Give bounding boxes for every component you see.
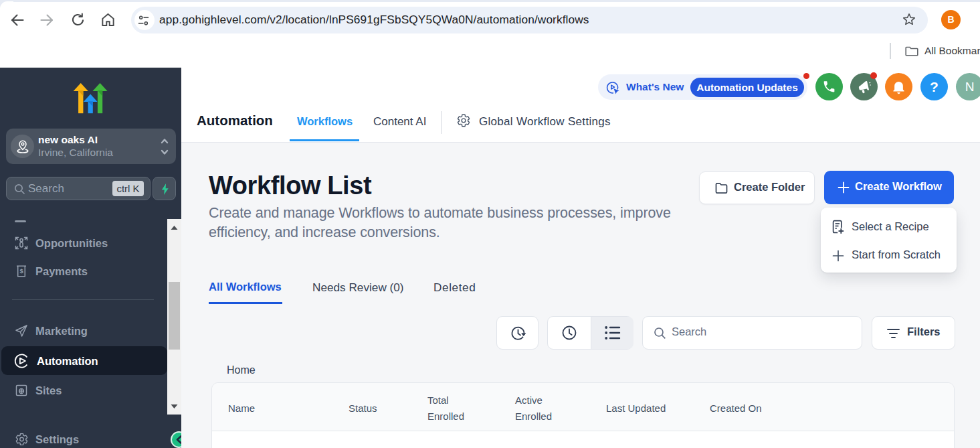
svg-text:$: $ — [20, 267, 24, 275]
